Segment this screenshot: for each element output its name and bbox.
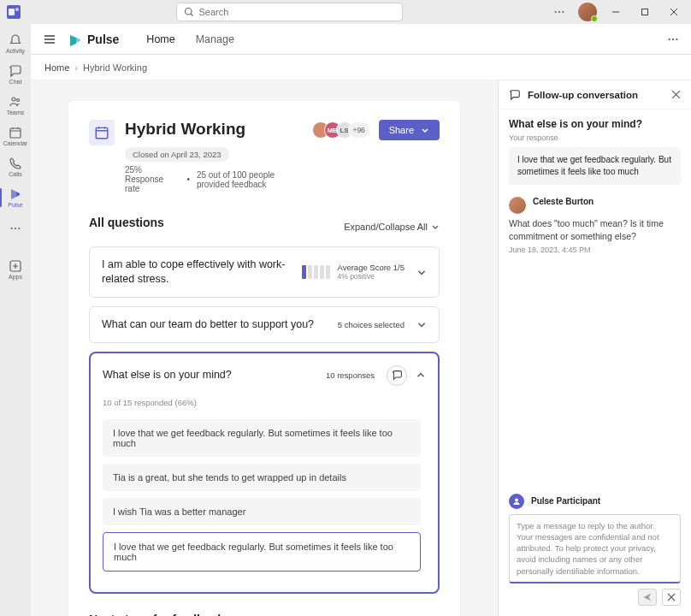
chevron-down-icon [421,126,429,134]
participant-name: Pulse Participant [531,496,600,506]
rail-label: Calendar [3,140,27,146]
collapse-button[interactable] [416,370,426,381]
app-header: Pulse Home Manage [31,24,691,55]
svg-point-16 [672,38,674,39]
positive-pct: 4% positive [337,272,405,281]
comment-text: What does "too much" mean? Is it time co… [509,217,681,242]
svg-point-22 [515,498,518,501]
rail-label: Chat [9,79,22,85]
svg-rect-7 [642,9,648,15]
rail-more[interactable] [0,214,31,243]
header-more-button[interactable] [667,33,679,45]
tab-manage[interactable]: Manage [196,27,234,52]
commenter-name: Celeste Burton [533,197,594,214]
question-meta: 5 choices selected [338,320,405,329]
response-rate: 25% Response rate [125,165,180,193]
response-item[interactable]: I wish Tia was a better manager [103,498,421,525]
search-input[interactable] [199,7,395,17]
rail-pulse[interactable]: Pulse [0,183,31,212]
rail-label: Calls [9,171,22,177]
svg-point-3 [185,9,192,15]
rail-label: Teams [7,110,25,116]
response-item-selected[interactable]: I love that we get feedback regularly. B… [103,532,421,572]
svg-point-13 [18,228,20,229]
svg-point-6 [562,11,564,13]
main-content: Hybrid Working Closed on April 23, 2023 … [31,80,498,616]
participant-overflow[interactable]: +96 [348,121,370,139]
rail-calls[interactable]: Calls [0,152,31,181]
panel-title: Follow-up conversation [528,90,664,100]
survey-icon [89,120,115,145]
response-item[interactable]: I love that we get feedback regularly. B… [103,419,421,457]
teams-app-icon [7,5,21,19]
expand-button[interactable] [416,267,427,277]
average-score: Average Score 1/5 [337,263,405,272]
pulse-logo-icon [68,33,82,46]
panel-sub: Your response [509,133,681,142]
breadcrumb: Home › Hybrid Working [31,55,691,80]
chevron-down-icon [431,222,440,231]
breadcrumb-home[interactable]: Home [44,62,69,73]
chat-icon-button[interactable] [387,365,407,386]
window-maximize-button[interactable] [635,2,655,22]
window-minimize-button[interactable] [605,2,626,22]
question-card-2: What can our team do better to support y… [89,306,440,343]
global-search[interactable] [176,3,403,21]
rail-apps[interactable]: Apps [0,255,31,284]
hamburger-button[interactable] [43,33,56,46]
rail-label: Apps [9,274,22,280]
panel-question: What else is on your mind? [509,118,681,130]
svg-point-17 [676,38,677,39]
app-rail: Activity Chat Teams Calendar Calls Pulse… [0,24,31,616]
svg-point-2 [15,8,19,11]
svg-point-9 [17,99,20,102]
expand-button[interactable] [416,319,427,329]
rail-label: Activity [6,48,25,54]
closed-pill: Closed on April 23, 2023 [125,147,229,162]
svg-point-11 [11,228,13,229]
rail-activity[interactable]: Activity [0,29,31,58]
question-meta: 10 responses [326,370,375,380]
tab-home[interactable]: Home [146,27,174,52]
svg-rect-1 [9,9,15,15]
question-title: What can our team do better to support y… [102,317,326,332]
next-steps-title: Next steps for feedback [89,613,440,616]
response-item[interactable]: Tia is a great, but she tends to get wra… [103,464,421,491]
svg-point-15 [669,38,670,39]
send-button[interactable] [638,589,657,606]
svg-point-8 [12,98,15,101]
user-avatar[interactable] [578,3,597,21]
expand-collapse-button[interactable]: Expand/Collapse All [344,222,440,232]
commenter-avatar [509,197,526,214]
svg-rect-18 [96,127,108,138]
all-questions-title: All questions [89,216,164,229]
compose-textarea[interactable]: Type a message to reply to the author. Y… [509,514,681,583]
comment-time: June 18, 2023, 4:45 PM [509,246,681,254]
panel-quote: I love that we get feedback regularly. B… [509,147,681,185]
participant-avatar [509,494,524,509]
chat-icon [509,89,521,101]
svg-point-5 [558,11,560,13]
rail-chat[interactable]: Chat [0,60,31,89]
compose-close-button[interactable] [662,589,681,606]
app-brand: Pulse [68,33,119,46]
rail-teams[interactable]: Teams [0,91,31,120]
response-count: 25 out of 100 people provided feedback [197,170,307,189]
question-title: What else is on your mind? [103,368,314,382]
follow-up-panel: Follow-up conversation What else is on y… [498,80,691,616]
participant-avatars[interactable]: MB LS +96 [317,121,370,139]
question-card-3-open: What else is on your mind? 10 responses … [89,352,440,594]
share-button[interactable]: Share [379,120,440,140]
question-card-1: I am able to cope effectively with work-… [89,246,440,298]
survey-header: Hybrid Working Closed on April 23, 2023 … [89,120,440,193]
svg-point-12 [15,228,16,229]
panel-close-button[interactable] [671,90,681,99]
rail-calendar[interactable]: Calendar [0,121,31,151]
responses-list[interactable]: I love that we get feedback regularly. B… [103,419,426,578]
svg-point-4 [555,11,557,13]
titlebar [0,0,691,24]
survey-title: Hybrid Working [125,120,245,139]
brand-name: Pulse [87,33,119,46]
more-options-button[interactable] [549,2,570,22]
window-close-button[interactable] [664,2,684,22]
